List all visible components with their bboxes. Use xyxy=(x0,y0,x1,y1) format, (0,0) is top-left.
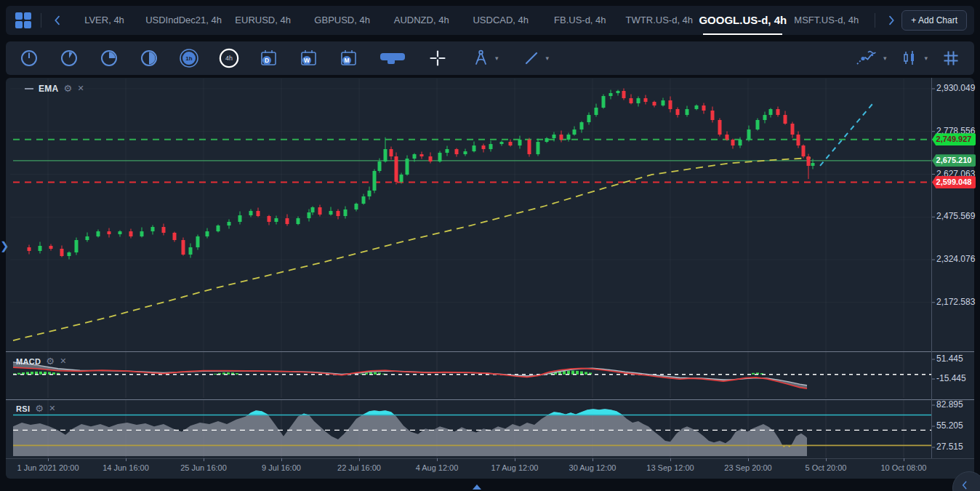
chart-tab-bar: LVER, 4hUSDIndDec21, 4hEURUSD, 4hGBPUSD,… xyxy=(6,6,974,35)
time-axis-label: 10 Oct 08:00 xyxy=(881,463,927,472)
time-axis-label: 23 Sep 20:00 xyxy=(724,463,771,472)
tab-msft-us-d[interactable]: MSFT.US-d, 4h xyxy=(787,6,866,35)
macd-settings-icon[interactable]: ⚙ xyxy=(46,356,55,367)
time-axis-tick xyxy=(126,458,126,461)
timeframe-week-button[interactable]: W xyxy=(299,48,319,68)
time-axis-label: 5 Oct 20:00 xyxy=(806,463,847,472)
timeframe-month-button[interactable]: M xyxy=(339,48,359,68)
timeframe-day-label: D xyxy=(265,57,269,64)
tab-eurusd[interactable]: EURUSD, 4h xyxy=(223,6,302,35)
time-axis-label: 1 Jun 2021 20:00 xyxy=(17,463,79,472)
bottom-panel-expand-icon[interactable] xyxy=(473,484,481,490)
timeframe-15m-button[interactable] xyxy=(99,48,119,68)
timeframe-5m-button[interactable] xyxy=(59,48,79,68)
time-axis-tick xyxy=(515,458,515,461)
timeframe-week-label: W xyxy=(304,57,310,64)
timeframe-month-label: M xyxy=(344,57,349,64)
chart-toolbar: 1h 4h D W M ▾ ▾ ▾ xyxy=(6,41,974,75)
crosshair-tool-button[interactable] xyxy=(427,48,448,68)
tab-lver[interactable]: LVER, 4h xyxy=(65,6,144,35)
tab-usdinddec21[interactable]: USDIndDec21, 4h xyxy=(144,6,223,35)
rsi-settings-icon[interactable]: ⚙ xyxy=(35,403,44,414)
time-axis-label: 4 Aug 12:00 xyxy=(416,463,459,472)
time-axis-tick xyxy=(904,458,904,461)
time-axis-tick xyxy=(359,458,360,461)
divider xyxy=(41,13,41,28)
rsi-close-icon[interactable]: ✕ xyxy=(49,404,56,413)
tabs-scroll-right-button[interactable] xyxy=(884,13,899,28)
time-axis-label: 9 Jul 16:00 xyxy=(262,463,301,472)
chart-type-caret-icon[interactable]: ▾ xyxy=(924,55,928,62)
timeframe-1h-label: 1h xyxy=(185,55,192,62)
grid-settings-button[interactable] xyxy=(941,48,961,68)
time-axis-tick xyxy=(826,458,827,461)
timeframe-30m-button[interactable] xyxy=(139,48,159,68)
tab-audnzd[interactable]: AUDNZD, 4h xyxy=(382,6,461,35)
time-axis-tick xyxy=(204,458,204,461)
ema-settings-icon[interactable]: ⚙ xyxy=(64,83,73,94)
tab-fb-us-d[interactable]: FB.US-d, 4h xyxy=(540,6,619,35)
time-axis-label: 13 Sep 12:00 xyxy=(646,463,694,472)
time-axis-tick xyxy=(48,458,49,461)
indicators-button[interactable] xyxy=(854,48,879,68)
line-tool-caret-icon[interactable]: ▾ xyxy=(546,55,550,62)
timeframe-4h-button-active[interactable]: 4h xyxy=(219,48,239,68)
line-tool-button[interactable] xyxy=(521,48,542,68)
time-axis-tick xyxy=(670,458,671,461)
time-axis-tick xyxy=(748,458,749,461)
timeframe-4h-label: 4h xyxy=(225,55,233,62)
divider xyxy=(875,13,875,28)
tab-twtr-us-d[interactable]: TWTR.US-d, 4h xyxy=(619,6,699,35)
time-axis-label: 14 Jun 16:00 xyxy=(103,463,149,472)
drawing-tools-caret-icon[interactable]: ▾ xyxy=(495,55,499,62)
add-chart-button[interactable]: + Add Chart xyxy=(901,10,967,31)
tab-googl-us-d[interactable]: GOOGL.US-d, 4h xyxy=(699,6,787,35)
time-axis-label: 22 Jul 16:00 xyxy=(337,463,381,472)
display-mode-button[interactable] xyxy=(379,48,408,68)
time-axis-tick xyxy=(281,458,282,461)
chart-area[interactable] xyxy=(6,78,974,479)
timeframe-1m-button[interactable] xyxy=(19,48,39,68)
time-axis-label: 30 Aug 12:00 xyxy=(569,463,616,472)
chart-type-button[interactable] xyxy=(899,48,920,68)
time-axis-label: 25 Jun 16:00 xyxy=(180,463,227,472)
tab-gbpusd[interactable]: GBPUSD, 4h xyxy=(302,6,382,35)
indicators-caret-icon[interactable]: ▾ xyxy=(883,55,887,62)
time-axis-tick xyxy=(437,458,438,461)
timeframe-day-button[interactable]: D xyxy=(259,48,279,68)
chart-tabs: LVER, 4hUSDIndDec21, 4hEURUSD, 4hGBPUSD,… xyxy=(65,6,866,35)
drawing-tools-button[interactable] xyxy=(470,48,491,68)
ema-close-icon[interactable]: ✕ xyxy=(78,84,85,93)
trading-platform-window: LVER, 4hUSDIndDec21, 4hEURUSD, 4hGBPUSD,… xyxy=(0,0,980,491)
tab-usdcad[interactable]: USDCAD, 4h xyxy=(461,6,540,35)
macd-close-icon[interactable]: ✕ xyxy=(60,356,67,366)
time-axis-tick xyxy=(593,458,593,461)
timeframe-1h-button[interactable]: 1h xyxy=(179,48,199,68)
toolbar-right-group: ▾ ▾ xyxy=(841,48,961,68)
tabs-scroll-left-button[interactable] xyxy=(50,13,65,28)
layout-grid-icon[interactable] xyxy=(15,12,32,29)
time-axis-label: 17 Aug 12:00 xyxy=(491,463,539,472)
left-panel-expand-icon[interactable]: ❯ xyxy=(0,239,9,252)
